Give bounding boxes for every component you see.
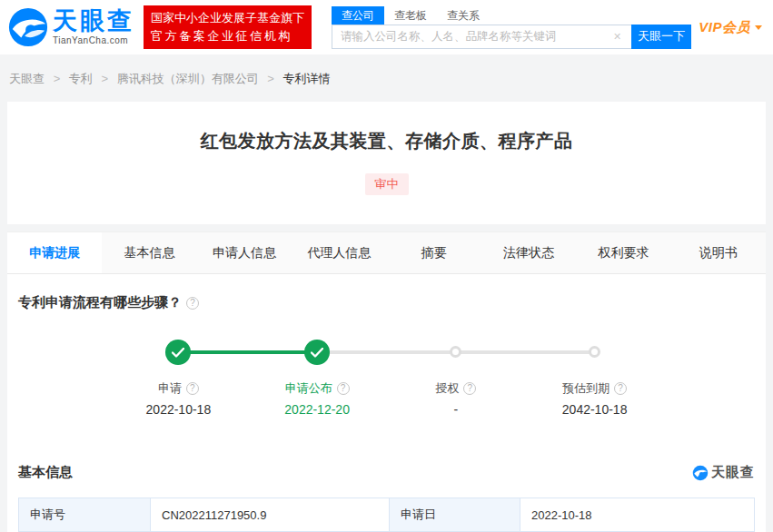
pending-circle-icon (589, 346, 600, 358)
vip-member-menu[interactable]: VIP会员 (699, 19, 762, 36)
tab-agent-info[interactable]: 代理人信息 (292, 232, 386, 273)
status-badge: 审中 (365, 173, 409, 195)
search-button[interactable]: 天眼一下 (631, 25, 691, 49)
tianyancha-watermark-text: 天眼查 (711, 464, 755, 481)
main-content: 专利申请流程有哪些步骤？ 申请 2022-10-18 (7, 274, 766, 532)
progress-question-heading: 专利申请流程有哪些步骤？ (18, 294, 755, 311)
patent-progress-timeline: 申请 2022-10-18 申请公布 2022-12-20 授权 (109, 339, 664, 428)
breadcrumb-patent[interactable]: 专利 (69, 72, 93, 85)
tianyancha-watermark: 天眼查 (692, 464, 755, 481)
help-icon[interactable] (186, 297, 199, 310)
patent-title: 红包发放方法及其装置、存储介质、程序产品 (7, 129, 766, 153)
search-tabs: 查公司 查老板 查关系 (332, 6, 691, 25)
step-label: 申请公布 (285, 380, 332, 397)
help-icon[interactable] (463, 382, 476, 395)
cell-value: CN202211271950.9 (151, 498, 390, 532)
pending-circle-icon (450, 346, 461, 358)
gov-badge-line2: 官方备案企业征信机构 (151, 27, 304, 45)
detail-tabbar: 申请进展 基本信息 申请人信息 代理人信息 摘要 法律状态 权利要求 说明书 (7, 232, 766, 274)
tab-claims[interactable]: 权利要求 (576, 232, 670, 273)
help-icon[interactable] (337, 382, 350, 395)
timeline-step-publication: 申请公布 2022-12-20 (248, 339, 387, 417)
patent-title-card: 红包发放方法及其装置、存储介质、程序产品 审中 (7, 102, 766, 224)
tianyancha-logo-icon (7, 6, 49, 48)
step-date: 2022-12-20 (284, 402, 350, 417)
chevron-down-icon (755, 25, 762, 30)
tab-legal-status[interactable]: 法律状态 (481, 232, 576, 273)
help-icon[interactable] (186, 382, 199, 395)
search-tab-relation[interactable]: 查关系 (437, 6, 490, 25)
gov-certification-badge: 国家中小企业发展子基金旗下 官方备案企业征信机构 (144, 5, 312, 49)
breadcrumb-separator: > (54, 72, 61, 85)
tab-applicant-info[interactable]: 申请人信息 (197, 232, 292, 273)
breadcrumb: 天眼查 > 专利 > 腾讯科技（深圳）有限公司 > 专利详情 (0, 54, 773, 102)
gov-badge-line1: 国家中小企业发展子基金旗下 (151, 9, 304, 27)
breadcrumb-current: 专利详情 (283, 72, 331, 85)
basic-info-table: 申请号 CN202211271950.9 申请日 2022-10-18 申请公布… (18, 498, 755, 532)
top-header: 天眼查 TianYanCha.com 国家中小企业发展子基金旗下 官方备案企业征… (0, 0, 773, 54)
search-tab-company[interactable]: 查公司 (332, 6, 384, 25)
search-tab-boss[interactable]: 查老板 (384, 6, 437, 25)
basic-info-title: 基本信息 (18, 464, 73, 481)
vip-member-label: VIP会员 (699, 19, 750, 36)
timeline-step-application: 申请 2022-10-18 (109, 339, 248, 417)
timeline-step-grant: 授权 - (387, 339, 526, 417)
search-module: 查公司 查老板 查关系 ✕ 天眼一下 (332, 6, 691, 49)
basic-info-header: 基本信息 天眼查 (18, 464, 755, 481)
step-label: 申请 (158, 380, 182, 397)
step-label: 预估到期 (562, 380, 609, 397)
step-label: 授权 (435, 380, 459, 397)
table-row: 申请号 CN202211271950.9 申请日 2022-10-18 (19, 498, 755, 532)
step-date: 2042-10-18 (562, 402, 628, 417)
tianyancha-logo[interactable]: 天眼查 TianYanCha.com (7, 6, 134, 48)
breadcrumb-company[interactable]: 腾讯科技（深圳）有限公司 (117, 72, 259, 85)
tab-application-progress[interactable]: 申请进展 (7, 232, 102, 273)
breadcrumb-home[interactable]: 天眼查 (9, 72, 45, 85)
breadcrumb-separator: > (101, 72, 108, 85)
progress-question-text: 专利申请流程有哪些步骤？ (18, 294, 182, 311)
tianyancha-watermark-icon (692, 465, 709, 481)
cell-label: 申请号 (19, 498, 151, 532)
help-icon[interactable] (614, 382, 627, 395)
step-date: - (454, 402, 459, 417)
tab-abstract[interactable]: 摘要 (387, 232, 481, 273)
tab-description[interactable]: 说明书 (671, 232, 766, 273)
check-circle-icon (304, 340, 330, 365)
cell-label: 申请日 (390, 498, 520, 532)
cell-value: 2022-10-18 (520, 498, 755, 532)
logo-brand-text: 天眼查 (53, 9, 134, 34)
check-circle-icon (165, 340, 191, 365)
tab-basic-info[interactable]: 基本信息 (102, 232, 196, 273)
breadcrumb-separator: > (267, 72, 274, 85)
search-input[interactable] (332, 25, 631, 49)
timeline-step-expiry: 预估到期 2042-10-18 (525, 339, 664, 417)
step-date: 2022-10-18 (146, 402, 212, 417)
logo-domain-text: TianYanCha.com (53, 36, 134, 45)
